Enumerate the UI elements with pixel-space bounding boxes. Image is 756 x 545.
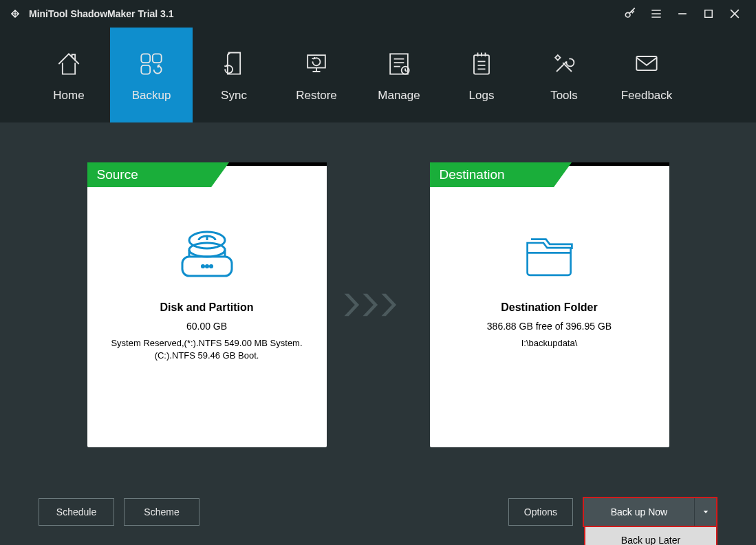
- backup-split-button: Back up Now: [583, 497, 717, 527]
- nav-label: Manage: [378, 89, 420, 103]
- tools-icon: [548, 47, 581, 81]
- restore-icon: [300, 47, 333, 81]
- source-size: 60.00 GB: [87, 321, 327, 332]
- schedule-button[interactable]: Schedule: [39, 498, 114, 526]
- feedback-icon: [630, 47, 663, 81]
- destination-path: I:\backupdata\: [430, 337, 669, 350]
- key-icon[interactable]: [617, 0, 643, 28]
- svg-point-14: [210, 265, 212, 267]
- app-window: MiniTool ShadowMaker Trial 3.1 Home: [0, 0, 756, 545]
- nav-label: Restore: [296, 89, 337, 103]
- options-button[interactable]: Options: [508, 498, 573, 526]
- backup-dropdown-toggle[interactable]: [694, 498, 716, 526]
- nav-restore[interactable]: Restore: [275, 28, 358, 122]
- nav-label: Sync: [221, 89, 247, 103]
- nav-logs[interactable]: Logs: [440, 28, 523, 122]
- nav-label: Backup: [132, 89, 171, 103]
- source-header: Source: [87, 162, 211, 187]
- svg-rect-1: [705, 10, 713, 18]
- nav-label: Logs: [469, 89, 495, 103]
- svg-point-12: [202, 265, 204, 267]
- backup-icon: [135, 47, 168, 81]
- svg-rect-3: [153, 54, 162, 63]
- source-details: System Reserved,(*:).NTFS 549.00 MB Syst…: [87, 337, 327, 361]
- app-logo-icon: [8, 7, 22, 21]
- footer-bar: Schedule Scheme Options Back up Now: [0, 497, 756, 527]
- close-button[interactable]: [722, 0, 748, 28]
- home-icon: [52, 47, 85, 81]
- svg-rect-2: [141, 54, 150, 63]
- folder-icon: [430, 224, 669, 286]
- destination-header: Destination: [430, 162, 554, 187]
- logs-icon: [465, 47, 498, 81]
- svg-rect-4: [141, 65, 150, 74]
- sync-icon: [217, 47, 250, 81]
- nav-backup[interactable]: Backup: [110, 28, 193, 122]
- nav-label: Feedback: [621, 89, 673, 103]
- nav-tools[interactable]: Tools: [523, 28, 605, 122]
- destination-heading: Destination Folder: [430, 301, 669, 314]
- svg-point-15: [189, 243, 225, 257]
- backup-now-button[interactable]: Back up Now: [584, 498, 694, 526]
- main-area: Source: [0, 122, 756, 545]
- main-nav: Home Backup Sync Restore: [0, 28, 756, 122]
- destination-free: 386.88 GB free of 396.95 GB: [430, 321, 669, 332]
- maximize-button[interactable]: [695, 0, 722, 28]
- arrow-icon: [327, 162, 430, 447]
- svg-point-0: [625, 12, 630, 17]
- menu-icon[interactable]: [643, 0, 669, 28]
- destination-card[interactable]: Destination Destination Folder 386.88 GB…: [430, 162, 669, 447]
- nav-manage[interactable]: Manage: [358, 28, 440, 122]
- scheme-button[interactable]: Scheme: [124, 498, 199, 526]
- titlebar: MiniTool ShadowMaker Trial 3.1: [0, 0, 756, 28]
- svg-point-13: [206, 265, 208, 267]
- nav-label: Home: [53, 89, 84, 103]
- svg-rect-9: [636, 56, 656, 70]
- nav-home[interactable]: Home: [28, 28, 110, 122]
- minimize-button[interactable]: [669, 0, 695, 28]
- source-heading: Disk and Partition: [87, 301, 327, 314]
- source-card[interactable]: Source: [87, 162, 327, 447]
- backup-later-option[interactable]: Back up Later: [584, 527, 717, 545]
- nav-label: Tools: [550, 89, 578, 103]
- manage-icon: [382, 47, 415, 81]
- app-title: MiniTool ShadowMaker Trial 3.1: [29, 8, 174, 19]
- disk-icon: [87, 224, 327, 286]
- nav-sync[interactable]: Sync: [193, 28, 275, 122]
- nav-feedback[interactable]: Feedback: [605, 28, 688, 122]
